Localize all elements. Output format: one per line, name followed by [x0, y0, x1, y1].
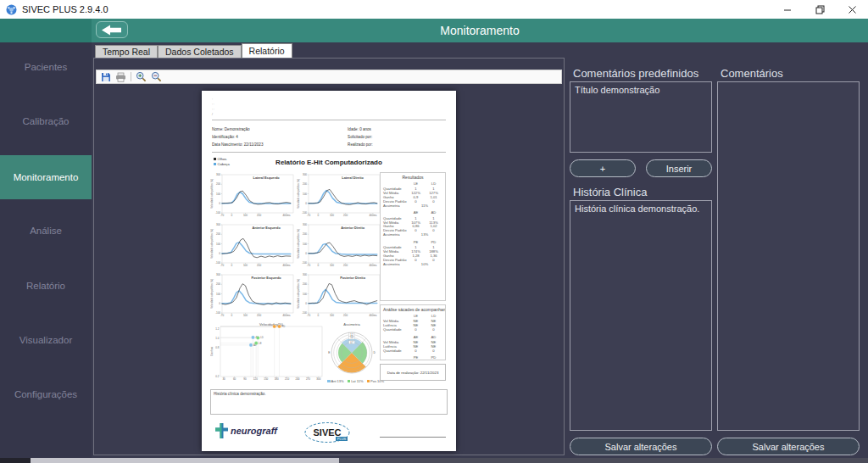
svg-text:Lateral Esquerdo: Lateral Esquerdo: [253, 176, 281, 180]
svg-text:400ms: 400ms: [282, 214, 291, 217]
svg-text:LE: LE: [259, 342, 262, 345]
saccades-table: Análise sácades de acompanhamentoLELDVel…: [380, 304, 446, 360]
clinical-history-title: História Clínica: [573, 186, 647, 198]
svg-text:Velocidade cabeça/olhos (%): Velocidade cabeça/olhos (%): [297, 229, 300, 259]
tab-dados-coletados[interactable]: Dados Coletados: [158, 45, 242, 58]
save-comments-button[interactable]: Salvar alterações: [717, 438, 860, 455]
svg-text:30: 30: [222, 377, 225, 381]
list-item[interactable]: Título demonstração: [575, 85, 707, 95]
svg-text:1.0: 1.0: [350, 336, 353, 339]
sidebar-item-relatorio[interactable]: Relatório: [0, 264, 92, 308]
svg-text:-70: -70: [220, 214, 225, 217]
insert-comment-button[interactable]: Inserir: [646, 159, 712, 177]
window-title: SIVEC PLUS 2.9.4.0: [22, 4, 108, 14]
table-section: LELDQuantidade11Vel Média122%127%Ganho0,…: [383, 182, 442, 209]
minimize-button[interactable]: [771, 0, 804, 19]
svg-text:0: 0: [231, 214, 232, 217]
svg-text:240: 240: [296, 377, 300, 381]
preview-toolbar: [96, 70, 562, 84]
svg-text:PD: PD: [281, 325, 285, 328]
svg-text:200: 200: [216, 232, 220, 236]
svg-text:200: 200: [303, 182, 307, 186]
svg-text:210: 210: [285, 377, 289, 381]
chart-lateral-direito: 3002001000-100-700100200400msVelocidade …: [297, 172, 381, 220]
report-history-box: História clínica demonstração.: [210, 389, 448, 415]
add-comment-button[interactable]: +: [570, 159, 636, 177]
svg-text:0: 0: [219, 202, 220, 205]
page-title: Monitoramento: [92, 19, 868, 42]
svg-text:300: 300: [303, 223, 307, 226]
svg-text:0: 0: [305, 202, 307, 205]
svg-text:300: 300: [303, 273, 307, 276]
sidebar-item-pacientes[interactable]: Pacientes: [0, 45, 92, 89]
table-section: PEPDVel MédiaNENELatênciaNENEQuantidade0…: [383, 356, 442, 360]
svg-text:100: 100: [216, 192, 220, 196]
zoom-out-icon[interactable]: [151, 71, 162, 82]
tab-relatorio[interactable]: Relatório: [242, 43, 292, 58]
svg-text:400ms: 400ms: [369, 314, 377, 317]
comments-textarea[interactable]: [717, 81, 860, 431]
sidebar-item-monitoramento[interactable]: Monitoramento: [0, 155, 92, 199]
sidebar-item-configuracoes[interactable]: Configurações: [0, 372, 92, 416]
svg-text:Posterior Esquerdo: Posterior Esquerdo: [251, 276, 281, 280]
svg-text:D: D: [373, 351, 376, 354]
svg-text:1.2: 1.2: [215, 327, 220, 331]
neurograff-cross-icon: [215, 423, 228, 438]
tab-tempo-real[interactable]: Tempo Real: [95, 45, 158, 58]
clinical-history-textarea[interactable]: História clínica demonstração.: [570, 200, 712, 431]
svg-text:100: 100: [216, 293, 220, 296]
restore-icon: [815, 5, 825, 14]
svg-text:150: 150: [264, 377, 268, 381]
predefined-comments-list[interactable]: Título demonstração: [570, 81, 712, 153]
horizontal-scrollbar[interactable]: [0, 458, 868, 463]
svg-text:200: 200: [343, 214, 348, 217]
svg-text:60: 60: [233, 377, 236, 381]
table-section: LELDVel MédiaNENELatênciaNENEQuantidade0…: [383, 315, 442, 332]
svg-text:300: 300: [216, 223, 220, 226]
close-button[interactable]: [836, 0, 868, 19]
svg-text:100: 100: [330, 214, 334, 217]
series-legend: Olhos Cabeça: [214, 157, 230, 168]
zoom-in-icon[interactable]: [136, 71, 147, 82]
svg-text:200: 200: [303, 282, 307, 286]
svg-text:Anterior Direito: Anterior Direito: [341, 226, 365, 230]
sidebar-item-calibracao[interactable]: Calibração: [0, 99, 92, 143]
save-icon[interactable]: [101, 72, 111, 82]
chart-assimetria: Assimetria1.21.00.7ED: [327, 321, 376, 379]
scrollbar-thumb[interactable]: [31, 458, 339, 463]
save-clinical-button[interactable]: Salvar alterações: [570, 438, 712, 455]
chart-velocidades: Velocidades(%)1.21.00.80.230609012015018…: [210, 321, 326, 386]
svg-text:-70: -70: [307, 314, 311, 317]
back-button[interactable]: [96, 21, 128, 38]
patient-info: Nome: DemonstraçãoIdade: 0 anos Identifi…: [212, 124, 446, 153]
svg-text:400ms: 400ms: [282, 264, 291, 267]
svg-text:-70: -70: [307, 264, 311, 267]
sidebar-item-visualizador[interactable]: Visualizador: [0, 318, 92, 362]
restore-button[interactable]: [804, 0, 836, 19]
comments-title: Comentários: [721, 67, 783, 80]
svg-text:300: 300: [216, 273, 220, 276]
svg-text:300: 300: [303, 173, 307, 176]
legend-item: Lat 11%: [348, 379, 364, 383]
svg-text:200: 200: [303, 232, 307, 236]
svg-text:180: 180: [275, 377, 279, 381]
table-section: PEPDQuantidade11Vel Média174%188%Ganho1,…: [383, 241, 442, 267]
header-corner: [0, 19, 92, 42]
svg-text:200: 200: [216, 182, 220, 186]
svg-text:0: 0: [317, 314, 319, 317]
svg-text:LD: LD: [260, 336, 264, 339]
print-icon[interactable]: [115, 72, 126, 82]
report-title: Relatório E-Hit Computadorizado: [212, 155, 446, 166]
svg-text:100: 100: [303, 243, 307, 246]
svg-text:Velocidade cabeça/olhos (%): Velocidade cabeça/olhos (%): [297, 179, 300, 209]
svg-text:PLUS: PLUS: [337, 437, 347, 441]
toolbar-separator: [131, 72, 131, 81]
chart-anterior-direito: 3002001000-100-700100200400msVelocidade …: [297, 222, 381, 271]
svg-text:100: 100: [330, 314, 334, 317]
svg-text:200: 200: [257, 314, 261, 317]
svg-text:Anterior Esquerdo: Anterior Esquerdo: [252, 226, 281, 230]
tab-strip: Tempo Real Dados Coletados Relatório: [95, 43, 292, 58]
svg-text:100: 100: [243, 314, 248, 317]
realization-date: Data de realização: 22/11/2023: [380, 364, 446, 381]
sidebar-item-analise[interactable]: Análise: [0, 209, 92, 253]
